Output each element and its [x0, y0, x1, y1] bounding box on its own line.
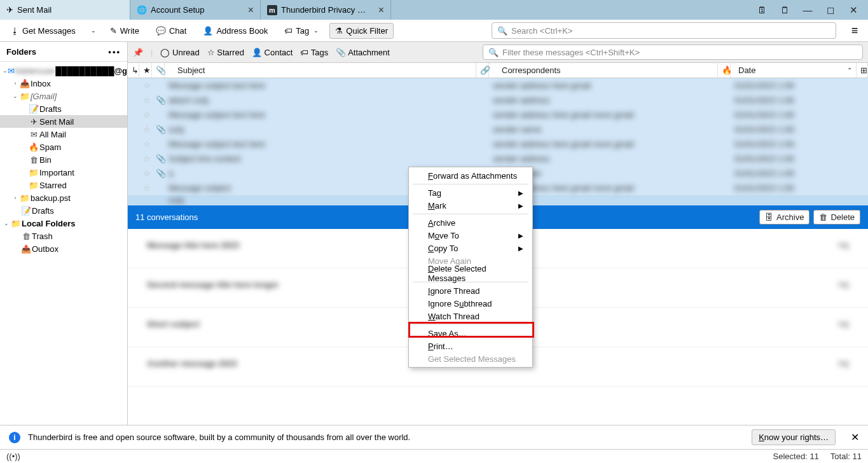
col-correspondents[interactable]: Correspondents — [489, 63, 718, 78]
filter-search[interactable]: 🔍 Filter these messages <Ctrl+Shift+K> — [483, 45, 863, 60]
kebab-icon[interactable]: ••• — [108, 47, 121, 57]
twisty-down-icon[interactable]: ⌄ — [11, 93, 19, 99]
ctx-mark[interactable]: Mark▶ — [409, 199, 532, 212]
table-row[interactable]: ☆📎 attach subj sender address 01/01/2023… — [128, 93, 868, 107]
maximize-button[interactable]: ◻ — [823, 4, 837, 16]
write-button[interactable]: ✎ Write — [104, 23, 145, 39]
tab-sent-mail[interactable]: ✈ Sent Mail — [0, 0, 130, 20]
table-row[interactable]: ☆📎 subj sender name 01/01/2023 1:00 — [128, 122, 868, 137]
account-node[interactable]: ⌄ ✉ hiddenuser ██████████@gmail.com — [0, 64, 127, 77]
local-folders-node[interactable]: ⌄ 📁 Local Folders — [0, 217, 127, 230]
tag-icon: 🏷 — [284, 26, 293, 36]
download-icon: ⭳ — [11, 26, 19, 36]
qf-attachment[interactable]: 📎 Attachment — [336, 48, 390, 57]
label: backup.pst — [31, 193, 71, 203]
close-icon[interactable]: ✕ — [851, 431, 859, 443]
status-bar: ((•)) Selected: 11 Total: 11 — [0, 449, 868, 463]
twisty-right-icon[interactable]: › — [11, 80, 19, 86]
label: Get Messages — [22, 26, 76, 36]
close-icon[interactable]: × — [248, 4, 254, 16]
submenu-arrow-icon: ▶ — [518, 202, 523, 209]
chat-button[interactable]: 💬 Chat — [150, 23, 192, 39]
calendar-icon[interactable]: 🗓 — [755, 4, 769, 15]
get-messages-button[interactable]: ⭳ Get Messages — [5, 23, 81, 39]
twisty-down-icon[interactable]: ⌄ — [3, 67, 8, 74]
outbox-icon: 📤 — [20, 244, 32, 254]
col-spam[interactable]: 🔥 — [718, 63, 731, 78]
table-row[interactable]: ☆ Message subject text here sender addre… — [128, 107, 868, 122]
message-area: 📌 | ◯ Unread ☆ Starred 👤 Contact 🏷 Tags … — [128, 42, 868, 425]
pin-icon[interactable]: 📌 — [133, 48, 143, 57]
folder-trash[interactable]: 🗑 Trash — [0, 230, 127, 242]
app-menu-button[interactable]: ≡ — [846, 24, 863, 38]
col-attach[interactable]: 📎 — [152, 63, 165, 78]
close-icon[interactable]: × — [378, 4, 384, 16]
address-book-button[interactable]: 👤 Address Book — [197, 23, 273, 39]
qf-starred[interactable]: ☆ Starred — [207, 48, 244, 57]
label: Sent Mail — [39, 117, 74, 127]
folder-inbox[interactable]: › 📥 Inbox — [0, 77, 127, 90]
folder-drafts2[interactable]: 📝 Drafts — [0, 204, 127, 217]
ctx-ignore-thread[interactable]: Ignore Thread — [409, 284, 532, 297]
tab-privacy-notice[interactable]: m Thunderbird Privacy Notice × — [261, 0, 391, 20]
qf-contact[interactable]: 👤 Contact — [252, 48, 293, 57]
folder-drafts[interactable]: 📝 Drafts — [0, 102, 127, 115]
contacts-icon: 👤 — [203, 26, 213, 36]
folder-bin[interactable]: 🗑 Bin — [0, 153, 127, 166]
get-messages-dropdown[interactable]: ⌄ — [86, 24, 99, 37]
label: Trash — [32, 232, 53, 241]
ctx-tag[interactable]: Tag▶ — [409, 186, 532, 199]
ctx-archive[interactable]: Archive — [409, 216, 532, 229]
folder-all-mail[interactable]: ✉ All Mail — [0, 128, 127, 141]
archive-button[interactable]: 🗄 Archive — [759, 210, 809, 225]
folder-gmail[interactable]: ⌄ 📁 [Gmail] — [0, 90, 127, 102]
table-row[interactable]: ☆ Message subject text here sender addre… — [128, 137, 868, 151]
qf-unread[interactable]: ◯ Unread — [160, 48, 199, 57]
ctx-copy-to[interactable]: Copy To▶ — [409, 242, 532, 254]
table-row[interactable]: ☆📎 Subject line content sender address 0… — [128, 151, 868, 166]
folder-spam[interactable]: 🔥 Spam — [0, 141, 127, 153]
folder-important[interactable]: 📁 Important — [0, 166, 127, 179]
folder-sent-mail[interactable]: ✈ Sent Mail — [0, 115, 127, 128]
online-status-icon[interactable]: ((•)) — [6, 452, 20, 461]
close-button[interactable]: ✕ — [846, 4, 860, 16]
chevron-down-icon: ⌄ — [91, 27, 96, 34]
twisty-down-icon[interactable]: ⌄ — [3, 220, 10, 226]
status-total: Total: 11 — [830, 452, 862, 461]
col-subject[interactable]: Subject — [165, 63, 476, 78]
tab-strip: ✈ Sent Mail 🌐 Account Setup × m Thunderb… — [0, 0, 868, 20]
folder-backup[interactable]: › 📁 backup.pst — [0, 191, 127, 204]
archive-icon: 🗄 — [765, 212, 773, 222]
quick-filter-button[interactable]: ⚗ Quick Filter — [329, 23, 394, 39]
minimize-button[interactable]: — — [801, 4, 815, 15]
chat-icon: 💬 — [156, 26, 166, 36]
know-your-rights-button[interactable]: Know your rights… — [752, 429, 836, 445]
ctx-move-to[interactable]: Move To▶ — [409, 229, 532, 242]
col-date[interactable]: Date ⌃ — [731, 63, 857, 78]
col-picker[interactable]: ⊞ — [857, 63, 868, 78]
global-search[interactable]: 🔍 Search <Ctrl+K> — [492, 22, 836, 39]
delete-button[interactable]: 🗑 Delete — [813, 210, 860, 225]
folder-starred[interactable]: 📁 Starred — [0, 179, 127, 191]
tab-account-setup[interactable]: 🌐 Account Setup × — [130, 0, 261, 20]
ctx-print[interactable]: Print… — [409, 340, 532, 352]
col-thread[interactable]: ↳ — [128, 63, 139, 78]
col-link[interactable]: 🔗 — [476, 63, 489, 78]
submenu-arrow-icon: ▶ — [518, 190, 523, 197]
ctx-save-as[interactable]: Save As… — [409, 327, 532, 340]
qf-tags[interactable]: 🏷 Tags — [300, 48, 328, 57]
ctx-ignore-subthread[interactable]: Ignore Subthread — [409, 297, 532, 310]
tasks-icon[interactable]: 🗒 — [778, 4, 792, 15]
drafts-icon: 📝 — [20, 206, 32, 216]
placeholder: Search <Ctrl+K> — [511, 26, 572, 36]
table-row[interactable]: ☆ Message subject text here sender addre… — [128, 78, 868, 93]
globe-icon: 🌐 — [137, 5, 147, 15]
twisty-right-icon[interactable]: › — [11, 195, 19, 201]
ctx-delete-selected[interactable]: Delete Selected Messages — [409, 267, 532, 280]
col-star[interactable]: ★ — [139, 63, 152, 78]
tag-button[interactable]: 🏷 Tag ⌄ — [279, 23, 324, 39]
ctx-watch-thread[interactable]: Watch Thread — [409, 310, 532, 322]
folder-outbox[interactable]: 📤 Outbox — [0, 242, 127, 255]
folder-tree: ⌄ ✉ hiddenuser ██████████@gmail.com › 📥 … — [0, 62, 127, 425]
ctx-forward-attachments[interactable]: Forward as Attachments — [409, 169, 532, 182]
